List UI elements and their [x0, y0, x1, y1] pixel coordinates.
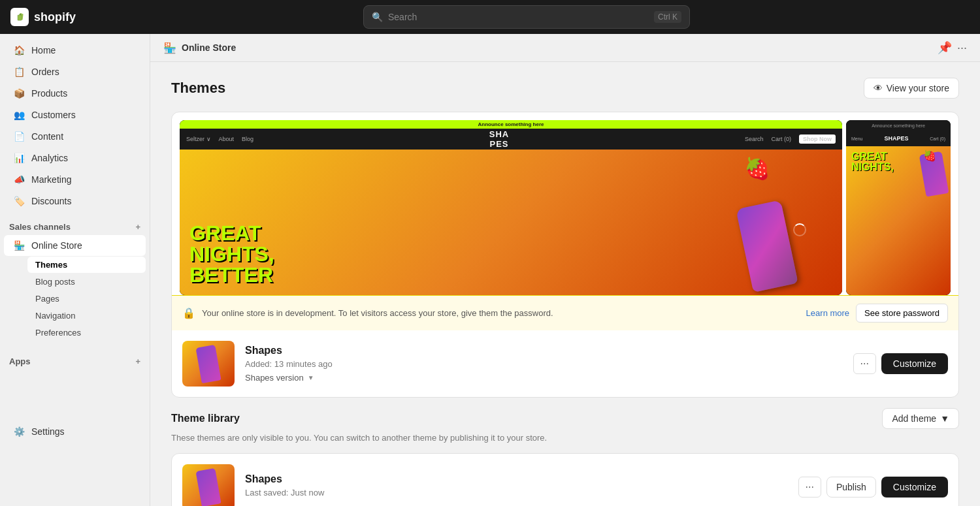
password-notice: 🔒 Your online store is in development. T… [172, 295, 958, 330]
sidebar-item-settings[interactable]: ⚙️ Settings [4, 421, 146, 442]
library-theme-more-options-button[interactable]: ··· [798, 477, 821, 498]
current-theme-added: Added: 13 minutes ago [245, 359, 843, 369]
view-store-label: View your store [887, 83, 949, 93]
store-header-left: 🏪 Online Store [163, 42, 236, 54]
settings-icon: ⚙️ [13, 426, 25, 437]
content-area: Themes 👁 View your store Announce someth… [150, 62, 980, 506]
sidebar-item-discounts-label: Discounts [31, 196, 71, 206]
sidebar-item-preferences[interactable]: Preferences [27, 324, 146, 341]
sidebar-item-analytics-label: Analytics [31, 153, 68, 163]
orders-icon: 📋 [13, 66, 25, 78]
sales-channels-expand-icon[interactable]: + [135, 222, 140, 232]
chevron-down-icon: ▼ [308, 374, 314, 381]
svg-rect-0 [18, 15, 22, 20]
topbar: shopify 🔍 Search Ctrl K [0, 0, 980, 34]
eye-icon: 👁 [874, 83, 883, 93]
sidebar-item-themes-label: Themes [35, 260, 67, 270]
current-theme-name: Shapes [245, 345, 843, 356]
view-store-button[interactable]: 👁 View your store [864, 78, 959, 99]
theme-preview-card: Announce something here Seltzer ∨ About … [171, 112, 959, 398]
sidebar-item-blog-posts-label: Blog posts [35, 277, 75, 287]
learn-more-button[interactable]: Learn more [806, 308, 849, 318]
sidebar-item-navigation-label: Navigation [35, 311, 75, 321]
current-theme-thumbnail [182, 341, 235, 387]
shop-now-button[interactable]: Shop Now [799, 134, 836, 144]
sidebar-item-navigation[interactable]: Navigation [27, 308, 146, 324]
marketing-icon: 📣 [13, 174, 25, 185]
notice-text: Your online store is in development. To … [202, 308, 800, 318]
sidebar-item-pages[interactable]: Pages [27, 291, 146, 307]
desktop-nav: Seltzer ∨ About Blog SHAPES Search Cart … [180, 129, 842, 150]
sidebar-item-home-label: Home [31, 45, 56, 55]
sidebar-item-customers[interactable]: 👥 Customers [4, 104, 146, 125]
sidebar-item-home[interactable]: 🏠 Home [4, 40, 146, 61]
sidebar-item-content[interactable]: 📄 Content [4, 126, 146, 147]
apps-header: Apps + [0, 351, 150, 369]
theme-version-label: Shapes version [245, 373, 304, 383]
library-customize-button[interactable]: Customize [881, 477, 948, 498]
sidebar-item-products[interactable]: 📦 Products [4, 83, 146, 104]
theme-version-selector[interactable]: Shapes version ▼ [245, 373, 843, 383]
search-box[interactable]: 🔍 Search Ctrl K [363, 5, 690, 29]
analytics-icon: 📊 [13, 152, 25, 164]
library-theme-info: Shapes Last saved: Just now [245, 473, 788, 501]
mobile-hero-section: GREATNIGHTS, 🍓 [846, 146, 951, 295]
theme-more-options-button[interactable]: ··· [853, 353, 876, 374]
sidebar-item-themes[interactable]: Themes [27, 257, 146, 273]
apps-expand-icon[interactable]: + [135, 356, 140, 366]
mobile-preview: Announce something here Menu SHAPES Cart… [846, 120, 951, 295]
current-theme-actions: ··· Customize [853, 353, 948, 374]
store-subheader: 🏪 Online Store 📌 ··· [150, 34, 980, 62]
announce-bar: Announce something here [180, 120, 842, 129]
current-theme-info: Shapes Added: 13 minutes ago Shapes vers… [245, 345, 843, 383]
sidebar-item-marketing[interactable]: 📣 Marketing [4, 169, 146, 190]
sidebar-item-customers-label: Customers [31, 110, 76, 120]
search-icon: 🔍 [372, 12, 383, 22]
library-theme-thumbnail [182, 464, 235, 506]
more-options-button[interactable]: ··· [957, 40, 967, 55]
brand-name: SHAPES [261, 129, 737, 149]
see-store-password-button[interactable]: See store password [856, 304, 948, 323]
sidebar-item-preferences-label: Preferences [35, 328, 81, 338]
desktop-preview: Announce something here Seltzer ∨ About … [180, 120, 842, 295]
online-store-header-icon: 🏪 [163, 42, 176, 54]
library-theme-card: Shapes Last saved: Just now ··· Publish … [171, 453, 959, 506]
mobile-hero-text: GREATNIGHTS, [851, 151, 945, 172]
sidebar-item-orders-label: Orders [31, 67, 59, 77]
sidebar-item-online-store[interactable]: 🏪 Online Store [4, 235, 146, 256]
sidebar-item-blog-posts[interactable]: Blog posts [27, 274, 146, 290]
search-shortcut: Ctrl K [654, 11, 681, 23]
chevron-down-icon: ▼ [940, 413, 949, 424]
library-theme-name: Shapes [245, 473, 788, 485]
logo-text: shopify [34, 10, 76, 24]
pin-button[interactable]: 📌 [938, 40, 952, 55]
page-header: Themes 👁 View your store [171, 78, 959, 99]
sidebar-item-online-store-label: Online Store [31, 240, 82, 251]
add-theme-button[interactable]: Add theme ▼ [882, 408, 959, 429]
theme-preview-images: Announce something here Seltzer ∨ About … [172, 112, 958, 295]
library-theme-actions: ··· Publish Customize [798, 477, 948, 498]
theme-library-section: Theme library Add theme ▼ These themes a… [171, 408, 959, 506]
shopify-logo-icon [10, 8, 29, 26]
store-header-actions: 📌 ··· [938, 40, 967, 55]
theme-library-subtitle: These themes are only visible to you. Yo… [171, 433, 959, 443]
publish-button[interactable]: Publish [826, 477, 876, 498]
sidebar-item-orders[interactable]: 📋 Orders [4, 61, 146, 82]
customize-button[interactable]: Customize [881, 353, 948, 374]
customers-icon: 👥 [13, 109, 25, 121]
search-container: 🔍 Search Ctrl K [363, 5, 690, 29]
library-theme-last-saved: Last saved: Just now [245, 488, 788, 498]
main-layout: 🏠 Home 📋 Orders 📦 Products 👥 Customers 📄… [0, 34, 980, 506]
online-store-subnav: Themes Blog posts Pages Navigation Prefe… [0, 257, 150, 341]
sidebar-item-discounts[interactable]: 🏷️ Discounts [4, 191, 146, 212]
current-theme-row: Shapes Added: 13 minutes ago Shapes vers… [172, 330, 958, 397]
sidebar-item-marketing-label: Marketing [31, 174, 71, 185]
theme-library-title: Theme library [171, 413, 240, 424]
home-icon: 🏠 [13, 44, 25, 56]
sidebar-item-analytics[interactable]: 📊 Analytics [4, 148, 146, 168]
notice-message: Your online store is in development. To … [202, 308, 553, 318]
products-icon: 📦 [13, 87, 25, 99]
online-store-icon: 🏪 [13, 240, 25, 251]
product-can [736, 200, 798, 293]
search-placeholder: Search [388, 12, 417, 22]
